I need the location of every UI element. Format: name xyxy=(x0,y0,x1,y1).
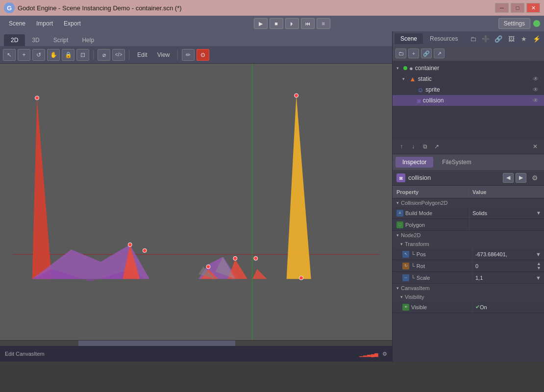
stop-button[interactable]: ■ xyxy=(270,18,283,29)
minimize-button[interactable]: ─ xyxy=(495,3,509,13)
property-column-header: Property xyxy=(393,189,468,195)
prop-value-visible[interactable]: ✔ On xyxy=(472,301,544,313)
scene-footer-up[interactable]: ↑ xyxy=(396,142,406,151)
tree-visibility-static[interactable]: 👁 xyxy=(531,74,540,83)
menu-import[interactable]: Import xyxy=(31,18,58,29)
prop-icon-pos: ↖ xyxy=(402,251,409,258)
tree-item-sprite[interactable]: ☺ sprite 👁 xyxy=(393,84,544,95)
tree-visibility-sprite[interactable]: 👁 xyxy=(531,85,540,94)
tree-icon-container: ● xyxy=(409,65,413,72)
scene-tool-add[interactable]: + xyxy=(408,49,419,58)
tree-label-static: static xyxy=(418,75,529,82)
svg-point-15 xyxy=(35,96,39,100)
play-scene-button[interactable]: ⏵ xyxy=(285,18,299,29)
tree-item-container[interactable]: ▾ ● container xyxy=(393,63,544,74)
rotate-tool[interactable]: ↺ xyxy=(32,49,45,61)
section-canvasitem[interactable]: ▾ CanvasItem xyxy=(393,284,544,293)
select-tool[interactable]: ↖ xyxy=(3,49,16,61)
scene-toolbar: 🗀 + 🔗 ↗ xyxy=(393,46,544,61)
prop-row-build-mode: ≡ Build Mode Solids ▼ xyxy=(393,207,544,219)
tab-filesystem[interactable]: FileSystem xyxy=(435,157,478,168)
tab-scene[interactable]: Scene xyxy=(395,33,423,44)
scene-link-icon[interactable]: 🔗 xyxy=(493,33,504,44)
lock-tool[interactable]: 🔒 xyxy=(62,49,74,61)
tab-script[interactable]: Script xyxy=(47,34,75,46)
scene-footer-duplicate[interactable]: ⧉ xyxy=(420,142,430,151)
scene-footer-close[interactable]: ✕ xyxy=(530,142,540,151)
section-label: CollisionPolygon2D xyxy=(401,200,447,206)
inspector-prev-button[interactable]: ◀ xyxy=(503,173,514,183)
dropdown-build-mode[interactable]: Solids ▼ xyxy=(472,210,541,216)
tab-inspector[interactable]: Inspector xyxy=(396,157,433,168)
pencil-tool[interactable]: ✏ xyxy=(182,49,195,61)
tree-visibility-collision[interactable]: 👁 xyxy=(531,96,540,105)
play-button[interactable]: ▶ xyxy=(254,18,268,29)
prop-value-scale[interactable]: 1,1 ▼ xyxy=(472,272,544,283)
scene-image-icon[interactable]: 🖼 xyxy=(506,33,517,44)
prop-value-build-mode[interactable]: Solids ▼ xyxy=(469,207,544,219)
svg-point-17 xyxy=(206,265,210,269)
prop-icon-rot: ↻ xyxy=(402,263,409,270)
view-menu-label[interactable]: View xyxy=(153,50,174,60)
maximize-button[interactable]: □ xyxy=(511,3,524,13)
tab-help[interactable]: Help xyxy=(75,34,101,46)
scene-tabs: Scene Resources 🗀 ➕ 🔗 🖼 ★ ⚡ xyxy=(393,31,544,46)
add-tool[interactable]: + xyxy=(18,49,30,61)
code-tool[interactable]: </> xyxy=(112,49,125,61)
menubar-right: Settings xyxy=(498,18,540,29)
editor-canvas[interactable] xyxy=(0,64,392,340)
edit-menu-label[interactable]: Edit xyxy=(133,50,151,60)
group-tool[interactable]: ⊡ xyxy=(76,49,89,61)
scene-footer-buttons: ↑ ↓ ⧉ ↗ xyxy=(396,142,442,151)
svg-point-18 xyxy=(233,256,237,260)
scene-add-icon[interactable]: ➕ xyxy=(480,33,491,44)
property-table[interactable]: Property Value ▾ CollisionPolygon2D ≡ Bu… xyxy=(393,186,544,362)
pan-tool[interactable]: ✋ xyxy=(47,49,60,61)
canvas-horizontal-scrollbar[interactable] xyxy=(0,340,392,346)
scene-footer-down[interactable]: ↓ xyxy=(408,142,418,151)
tab-2d[interactable]: 2D xyxy=(4,34,25,46)
section-collision-polygon-2d[interactable]: ▾ CollisionPolygon2D xyxy=(393,198,544,207)
scene-footer-link[interactable]: ↗ xyxy=(432,142,442,151)
tree-item-collision[interactable]: ◙ collision 👁 xyxy=(393,95,544,106)
prop-name-pos: ↖ └ Pos xyxy=(393,251,472,258)
active-tool[interactable]: ⊙ xyxy=(197,49,209,61)
section-node2d[interactable]: ▾ Node2D xyxy=(393,231,544,240)
tab-resources[interactable]: Resources xyxy=(424,33,464,44)
section-visibility[interactable]: ▾ Visibility xyxy=(393,293,544,301)
rot-spinner[interactable]: ▲▼ xyxy=(537,262,541,270)
toolbar-separator-3 xyxy=(177,50,178,60)
tree-visibility-container[interactable] xyxy=(531,64,540,73)
svg-point-19 xyxy=(254,256,258,260)
inspector-next-button[interactable]: ▶ xyxy=(516,173,526,183)
inspector-gear-icon[interactable]: ⚙ xyxy=(529,173,540,183)
close-button[interactable]: ✕ xyxy=(526,3,540,13)
prop-value-pos[interactable]: -673.686401, ▼ xyxy=(472,248,544,260)
scene-star-icon[interactable]: ★ xyxy=(519,33,529,44)
settings-button[interactable]: Settings xyxy=(498,18,530,29)
prop-value-rot[interactable]: 0 ▲▼ xyxy=(472,260,544,271)
tree-item-static[interactable]: ▾ ▲ static 👁 xyxy=(393,74,544,84)
settings-gear-icon[interactable]: ⚙ xyxy=(382,351,387,357)
tab-3d[interactable]: 3D xyxy=(25,34,46,46)
scene-bolt-icon[interactable]: ⚡ xyxy=(531,33,542,44)
play-custom-button[interactable]: ⏮ xyxy=(301,18,315,29)
menu-scene[interactable]: Scene xyxy=(4,18,30,29)
scene-file-icon[interactable]: 🗀 xyxy=(468,33,478,44)
dropdown-build-mode-arrow: ▼ xyxy=(536,210,541,216)
prop-value-polygon[interactable] xyxy=(469,219,544,230)
svg-point-21 xyxy=(299,276,303,280)
pause-button[interactable]: ≡ xyxy=(317,18,330,29)
statusbar-output: ▁▂▃▄▅ xyxy=(359,351,378,357)
prop-icon-scale: ↔ xyxy=(402,274,409,281)
toolbar-separator-1 xyxy=(93,50,94,60)
section-transform[interactable]: ▾ Transform xyxy=(393,240,544,248)
section-canvasitem-arrow: ▾ xyxy=(396,286,399,291)
scene-tool-link[interactable]: 🔗 xyxy=(421,49,432,58)
menu-export[interactable]: Export xyxy=(59,18,86,29)
scene-tool-file[interactable]: 🗀 xyxy=(396,49,406,58)
scene-tool-refresh[interactable]: ↗ xyxy=(434,49,445,58)
link-tool[interactable]: ⌀ xyxy=(98,49,110,61)
prop-row-rot: ↻ └ Rot 0 ▲▼ xyxy=(393,260,544,272)
pos-value: -673.686401, xyxy=(475,251,507,257)
